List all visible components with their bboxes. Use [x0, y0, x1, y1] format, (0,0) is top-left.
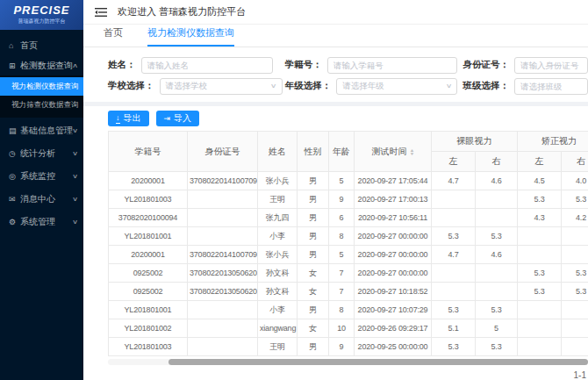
import-button[interactable]: ⇥ 导入	[156, 111, 200, 126]
name-input[interactable]	[141, 57, 273, 74]
export-button[interactable]: ↓ 导出	[108, 111, 149, 126]
table-cell: 370802201410070919	[188, 246, 258, 264]
table-row: YL201801002xiangwang女102020-09-26 09:29:…	[109, 319, 588, 338]
tab-bar: 首页 视力检测仪数据查询	[83, 25, 588, 47]
table-cell: 女	[298, 264, 329, 283]
table-cell: 5.3	[518, 264, 562, 283]
sidebar-item-detect-data-query[interactable]: ⊞ 检测数据查询 ∧	[0, 55, 83, 75]
table-cell: YL201801002	[109, 319, 188, 338]
sidebar-item-system-manage[interactable]: ⚙ 系统管理 ∨	[0, 212, 83, 232]
class-input[interactable]	[514, 78, 588, 95]
table-row: 20200001370802201410070919张小兵男52020-09-2…	[109, 246, 588, 264]
table-cell: YL201801003	[109, 190, 188, 209]
table-cell: 4.6	[476, 246, 518, 264]
student-id-input[interactable]	[327, 57, 457, 74]
sidebar-item-label: 检测数据查询	[20, 60, 73, 72]
column-header: 姓名	[258, 132, 298, 172]
table-cell: YL201801001	[109, 301, 188, 319]
data-query-icon: ⊞	[9, 61, 20, 70]
stats-icon: ◷	[9, 149, 20, 158]
table-cell: 5.3	[518, 190, 562, 209]
school-select[interactable]: 请选择学校 ∨	[160, 78, 283, 95]
sidebar-item-message-center[interactable]: ✉ 消息中心 ∨	[0, 189, 83, 209]
grade-select[interactable]: 请选择年级 ∨	[336, 78, 457, 95]
table-cell: 370802201410070919	[188, 172, 258, 190]
sidebar-item-system-monitor[interactable]: ◎ 系统监控 ∨	[0, 166, 83, 186]
app-window: PRECISE 普瑞森视力防控平台 ⌂ 首页 ⊞ 检测数据查询 ∧ 视力检测仪数…	[0, 0, 588, 380]
tab-home[interactable]: 首页	[104, 26, 123, 47]
table-cell: 370802201305062028	[188, 264, 258, 283]
table-row: YL201801001小李男82020-09-27 10:07:295.35.3	[109, 301, 588, 319]
sort-icon[interactable]: ▲▼	[410, 148, 414, 155]
table-cell: 男	[298, 301, 329, 319]
table-cell: 王明	[258, 190, 298, 209]
table-cell: 5	[329, 172, 355, 190]
sidebar-subitem-label: 视力检测仪数据查询	[11, 82, 79, 92]
sidebar-item-base-info[interactable]: ▤ 基础信息管理 ∨	[0, 120, 83, 140]
horizontal-scrollbar-thumb[interactable]	[169, 359, 588, 365]
table-cell: 2020-09-26 09:29:17	[355, 319, 432, 338]
sidebar-item-label: 系统管理	[20, 216, 73, 228]
sidebar-menu: ⌂ 首页 ⊞ 检测数据查询 ∧ 视力检测仪数据查询 视力筛查仪数据查询 ▤ 基础…	[0, 30, 83, 232]
table-cell: 女	[298, 283, 329, 301]
column-subheader: 右	[562, 152, 588, 172]
sidebar-item-label: 系统监控	[20, 170, 73, 183]
sidebar-subitem-vision-screener-query[interactable]: 视力筛查仪数据查询	[0, 96, 83, 114]
table-cell	[518, 227, 562, 246]
table-cell: 5.3	[432, 227, 476, 246]
column-header: 性别	[298, 132, 329, 172]
grade-select-placeholder: 请选择年级	[342, 81, 384, 92]
export-button-label: 导出	[124, 112, 141, 125]
table-cell	[188, 209, 258, 227]
table-cell: 20200001	[109, 172, 188, 190]
table-cell: YL201801001	[109, 227, 188, 246]
table-cell: 4.2	[562, 209, 588, 227]
menu-fold-icon[interactable]	[95, 7, 107, 18]
table-cell	[476, 209, 518, 227]
table-row: YL201801003王明男92020-09-27 17:00:135.35.3	[109, 190, 588, 209]
table-cell: 4.7	[432, 172, 476, 190]
table-cell	[476, 283, 518, 301]
column-header: 年龄	[329, 132, 355, 172]
welcome-text: 欢迎进入 普瑞森视力防控平台	[118, 5, 246, 18]
table-cell: 2020-09-27 17:05:44	[355, 172, 432, 190]
table-cell: 8	[329, 301, 355, 319]
student-id-filter-label: 学籍号：	[285, 59, 322, 71]
column-subheader: 右	[476, 152, 518, 172]
table-cell: 6	[329, 209, 355, 227]
logo-subtitle: 普瑞森视力防控平台	[18, 18, 66, 25]
table-cell	[562, 246, 588, 264]
table-cell: 5.3	[562, 283, 588, 301]
column-group-header: 矫正视力	[518, 132, 588, 152]
sidebar-item-label: 消息中心	[20, 193, 73, 205]
id-card-input[interactable]	[514, 57, 588, 74]
sidebar-item-home[interactable]: ⌂ 首页	[0, 35, 83, 55]
message-icon: ✉	[9, 195, 20, 204]
chevron-down-icon: ∨	[270, 82, 277, 90]
logo-title: PRECISE	[13, 4, 69, 16]
filter-panel: 姓名： 学籍号： 身份证号： 学校选择：	[83, 47, 588, 102]
table-row: YL201801003王明男92020-09-25 00:00:005.35.3	[109, 338, 588, 356]
table-cell: 男	[298, 338, 329, 356]
column-subheader: 左	[518, 152, 562, 172]
table-cell: 2020-09-27 10:07:29	[355, 301, 432, 319]
grade-filter-label: 年级选择：	[285, 80, 332, 92]
table-cell: 5.3	[476, 338, 518, 356]
sidebar-item-label: 统计分析	[20, 147, 73, 160]
column-header[interactable]: 测试时间▲▼	[355, 132, 432, 172]
tab-vision-detector-query[interactable]: 视力检测仪数据查询	[147, 26, 234, 47]
school-filter-label: 学校选择：	[108, 80, 154, 92]
table-cell	[518, 246, 562, 264]
table-cell: 0925002	[109, 283, 188, 301]
name-filter-label: 姓名：	[108, 59, 136, 71]
table-cell: 王明	[258, 338, 298, 356]
table-cell: 2020-09-25 00:00:00	[355, 338, 432, 356]
table-cell	[432, 209, 476, 227]
table-cell: 男	[298, 172, 329, 190]
sidebar-subitem-vision-detector-query[interactable]: 视力检测仪数据查询	[0, 77, 83, 96]
chevron-up-icon: ∧	[72, 62, 78, 69]
table-head: 学籍号身份证号姓名性别年龄测试时间▲▼裸眼视力矫正视力左右左右	[109, 132, 588, 172]
sidebar-item-statistics[interactable]: ◷ 统计分析 ∨	[0, 143, 83, 163]
table-cell: 小李	[258, 301, 298, 319]
table-cell	[432, 283, 476, 301]
